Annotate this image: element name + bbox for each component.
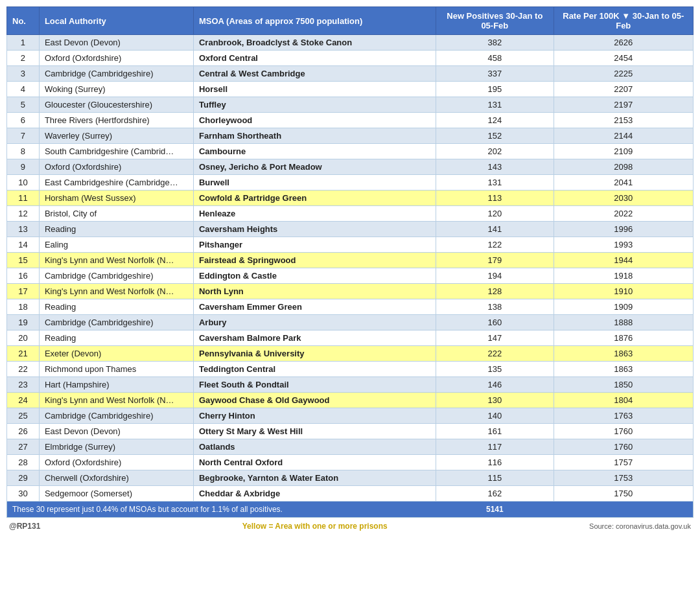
- col-header-la: Local Authority: [39, 7, 193, 35]
- cell-np: 131: [436, 175, 554, 191]
- cell-rate: 2207: [554, 82, 693, 97]
- cell-la: King's Lynn and West Norfolk (N…: [39, 393, 193, 408]
- cell-msoa: Cowfold & Partridge Green: [193, 191, 436, 206]
- cell-np: 179: [436, 253, 554, 268]
- table-row: 6 Three Rivers (Hertfordshire) Chorleywo…: [7, 113, 694, 128]
- cell-msoa: Pitshanger: [193, 237, 436, 253]
- col-header-no: No.: [7, 7, 40, 35]
- cell-rate: 1850: [554, 377, 693, 393]
- cell-np: 116: [436, 455, 554, 470]
- cell-la: Reading: [39, 330, 193, 346]
- cell-rate: 1910: [554, 284, 693, 299]
- cell-no: 19: [7, 315, 40, 330]
- cell-np: 194: [436, 268, 554, 284]
- cell-np: 160: [436, 315, 554, 330]
- data-table: No. Local Authority MSOA (Areas of appro…: [6, 6, 694, 518]
- table-row: 1 East Devon (Devon) Cranbrook, Broadcly…: [7, 35, 694, 51]
- cell-rate: 1863: [554, 346, 693, 362]
- cell-np: 195: [436, 82, 554, 97]
- cell-np: 222: [436, 346, 554, 362]
- cell-rate: 1750: [554, 486, 693, 502]
- table-row: 5 Gloucester (Gloucestershire) Tuffley 1…: [7, 97, 694, 113]
- cell-np: 161: [436, 424, 554, 439]
- table-row: 24 King's Lynn and West Norfolk (N… Gayw…: [7, 393, 694, 408]
- cell-la: Oxford (Oxfordshire): [39, 159, 193, 175]
- cell-no: 4: [7, 82, 40, 97]
- cell-msoa: Chorleywood: [193, 113, 436, 128]
- cell-np: 120: [436, 206, 554, 222]
- cell-no: 27: [7, 439, 40, 455]
- cell-rate: 1753: [554, 470, 693, 486]
- table-row: 18 Reading Caversham Emmer Green 138 190…: [7, 299, 694, 315]
- cell-la: East Devon (Devon): [39, 35, 193, 51]
- cell-la: Richmond upon Thames: [39, 362, 193, 377]
- cell-no: 8: [7, 144, 40, 159]
- cell-no: 28: [7, 455, 40, 470]
- cell-np: 138: [436, 299, 554, 315]
- cell-no: 18: [7, 299, 40, 315]
- cell-msoa: Cheddar & Axbridge: [193, 486, 436, 502]
- cell-msoa: Fairstead & Springwood: [193, 253, 436, 268]
- cell-np: 140: [436, 408, 554, 424]
- cell-np: 458: [436, 51, 554, 66]
- cell-la: Hart (Hampshire): [39, 377, 193, 393]
- table-row: 23 Hart (Hampshire) Fleet South & Pondta…: [7, 377, 694, 393]
- cell-no: 20: [7, 330, 40, 346]
- rp-label: @RP131: [9, 522, 40, 531]
- cell-msoa: Arbury: [193, 315, 436, 330]
- cell-msoa: Fleet South & Pondtail: [193, 377, 436, 393]
- cell-no: 13: [7, 222, 40, 237]
- table-row: 13 Reading Caversham Heights 141 1996: [7, 222, 694, 237]
- cell-rate: 2098: [554, 159, 693, 175]
- cell-msoa: North Lynn: [193, 284, 436, 299]
- cell-no: 30: [7, 486, 40, 502]
- cell-no: 12: [7, 206, 40, 222]
- cell-la: Gloucester (Gloucestershire): [39, 97, 193, 113]
- cell-rate: 1763: [554, 408, 693, 424]
- cell-rate: 2144: [554, 128, 693, 144]
- cell-msoa: Pennsylvania & University: [193, 346, 436, 362]
- cell-no: 3: [7, 66, 40, 82]
- cell-rate: 2041: [554, 175, 693, 191]
- cell-msoa: North Central Oxford: [193, 455, 436, 470]
- table-row: 2 Oxford (Oxfordshire) Oxford Central 45…: [7, 51, 694, 66]
- cell-np: 131: [436, 97, 554, 113]
- cell-la: Cambridge (Cambridgeshire): [39, 315, 193, 330]
- cell-la: Sedgemoor (Somerset): [39, 486, 193, 502]
- footer-note: These 30 represent just 0.44% of MSOAs b…: [7, 502, 436, 518]
- cell-la: Oxford (Oxfordshire): [39, 51, 193, 66]
- table-row: 12 Bristol, City of Henleaze 120 2022: [7, 206, 694, 222]
- cell-la: South Cambridgeshire (Cambrid…: [39, 144, 193, 159]
- cell-msoa: Caversham Emmer Green: [193, 299, 436, 315]
- table-row: 28 Oxford (Oxfordshire) North Central Ox…: [7, 455, 694, 470]
- cell-rate: 1918: [554, 268, 693, 284]
- cell-msoa: Central & West Cambridge: [193, 66, 436, 82]
- cell-np: 382: [436, 35, 554, 51]
- cell-np: 162: [436, 486, 554, 502]
- cell-la: Waverley (Surrey): [39, 128, 193, 144]
- yellow-note: Yellow = Area with one or more prisons: [242, 522, 388, 531]
- cell-np: 130: [436, 393, 554, 408]
- source-label: Source: coronavirus.data.gov.uk: [589, 522, 691, 530]
- cell-la: King's Lynn and West Norfolk (N…: [39, 284, 193, 299]
- cell-rate: 1909: [554, 299, 693, 315]
- cell-rate: 1876: [554, 330, 693, 346]
- cell-rate: 1757: [554, 455, 693, 470]
- cell-np: 128: [436, 284, 554, 299]
- cell-rate: 1888: [554, 315, 693, 330]
- cell-la: Cambridge (Cambridgeshire): [39, 408, 193, 424]
- footer-row: These 30 represent just 0.44% of MSOAs b…: [7, 502, 694, 518]
- cell-no: 25: [7, 408, 40, 424]
- cell-la: Cambridge (Cambridgeshire): [39, 268, 193, 284]
- table-row: 29 Cherwell (Oxfordshire) Begbrooke, Yar…: [7, 470, 694, 486]
- cell-np: 113: [436, 191, 554, 206]
- cell-rate: 1863: [554, 362, 693, 377]
- col-header-np: New Positives 30-Jan to 05-Feb: [436, 7, 554, 35]
- table-row: 27 Elmbridge (Surrey) Oatlands 117 1760: [7, 439, 694, 455]
- table-row: 21 Exeter (Devon) Pennsylvania & Univers…: [7, 346, 694, 362]
- cell-la: Exeter (Devon): [39, 346, 193, 362]
- table-row: 14 Ealing Pitshanger 122 1993: [7, 237, 694, 253]
- col-header-rate: Rate Per 100K ▼ 30-Jan to 05-Feb: [554, 7, 693, 35]
- cell-msoa: Osney, Jericho & Port Meadow: [193, 159, 436, 175]
- cell-msoa: Gaywood Chase & Old Gaywood: [193, 393, 436, 408]
